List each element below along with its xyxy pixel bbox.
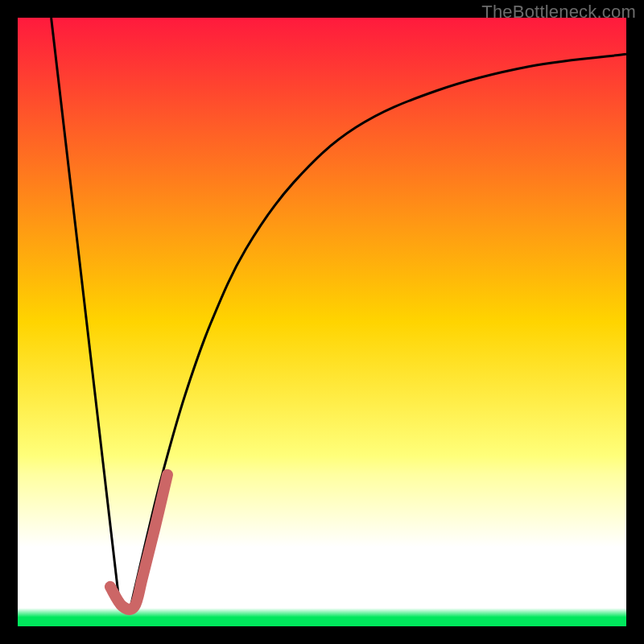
watermark-text: TheBottleneck.com — [481, 2, 636, 23]
chart-plot — [18, 18, 626, 626]
gradient-background — [18, 18, 626, 626]
chart-frame: TheBottleneck.com — [0, 0, 644, 644]
